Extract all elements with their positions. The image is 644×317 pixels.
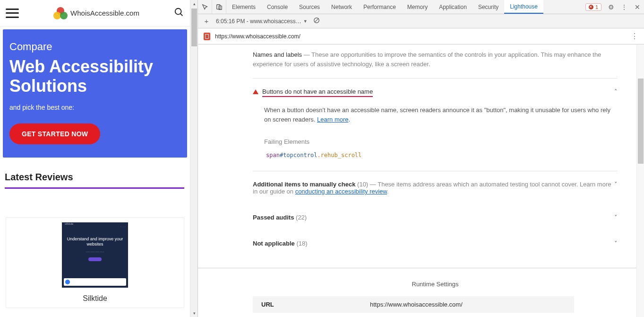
learn-more-link[interactable]: Learn more — [317, 116, 348, 123]
search-icon[interactable] — [174, 7, 184, 19]
devtools-scrollbar[interactable] — [636, 44, 644, 317]
passed-audits-expander[interactable]: Passed audits (22) ˅ — [253, 208, 636, 227]
report-menu-icon[interactable]: ⋮ — [631, 32, 638, 41]
svg-rect-2 — [216, 4, 220, 9]
logo-icon — [53, 7, 68, 19]
tab-sources[interactable]: Sources — [293, 0, 326, 14]
device-toggle-icon[interactable] — [212, 0, 226, 14]
runtime-heading: Runtime Settings — [253, 281, 618, 288]
reviews-heading: Latest Reviews — [5, 172, 184, 189]
hero-banner: Compare Web Accessibility Solutions and … — [3, 29, 187, 158]
new-report-icon[interactable]: + — [203, 18, 210, 25]
insecure-origin-icon — [204, 33, 210, 40]
runtime-settings: Runtime Settings URLhttps://www.whoisacc… — [198, 268, 636, 317]
audit-item-title: Buttons do not have an accessible name — [262, 88, 373, 97]
review-card[interactable]: silktide · · · · Understand and improve … — [6, 217, 184, 308]
svg-line-1 — [180, 14, 183, 16]
report-selector[interactable]: 6:05:16 PM - www.whoisaccess… ▼ — [216, 18, 308, 25]
devtools-panel: ElementsConsoleSourcesNetworkPerformance… — [197, 0, 644, 317]
tab-lighthouse[interactable]: Lighthouse — [504, 0, 543, 14]
tab-network[interactable]: Network — [326, 0, 358, 14]
chevron-down-icon: ▼ — [303, 19, 308, 24]
tab-console[interactable]: Console — [261, 0, 293, 14]
devtools-tabbar: ElementsConsoleSourcesNetworkPerformance… — [198, 0, 644, 14]
review-name: Silktide — [11, 294, 179, 303]
clear-icon[interactable] — [313, 17, 320, 25]
chevron-down-icon: ˅ — [614, 181, 618, 188]
tab-elements[interactable]: Elements — [226, 0, 261, 14]
error-icon: ✕ — [589, 5, 593, 9]
hero-eyebrow: Compare — [9, 41, 180, 53]
site-header: WhoisAccessible.com — [0, 0, 190, 26]
chevron-up-icon: ˄ — [614, 88, 618, 95]
settings-gear-icon[interactable]: ⚙ — [604, 3, 618, 11]
report-url-bar: https://www.whoisaccessible.com/ ⋮ — [198, 28, 644, 44]
review-thumbnail: silktide · · · · Understand and improve … — [62, 222, 128, 288]
get-started-button[interactable]: GET STARTED NOW — [9, 123, 100, 144]
audit-group-title: Names and labels — [253, 51, 302, 58]
site-logo[interactable]: WhoisAccessible.com — [53, 7, 139, 19]
failing-element-code: span#topcontrol.rehub_scroll — [266, 152, 636, 158]
runtime-row: Fetch TimeFeb 19, 2021, 6:05 PM GMT+1 — [253, 313, 574, 317]
hamburger-menu-icon[interactable] — [6, 9, 19, 18]
website-preview-pane: WhoisAccessible.com Compare Web Accessib… — [0, 0, 197, 317]
scroll-down-icon[interactable]: ▾ — [190, 309, 198, 317]
inspect-element-icon[interactable] — [198, 0, 212, 14]
audit-item-buttons-no-name[interactable]: Buttons do not have an accessible name ˄ — [253, 82, 636, 103]
lighthouse-report: Names and labels — These are opportuniti… — [198, 44, 636, 317]
error-count-badge[interactable]: ✕ 1 — [585, 3, 601, 11]
tab-performance[interactable]: Performance — [358, 0, 402, 14]
lighthouse-toolbar: + 6:05:16 PM - www.whoisaccess… ▼ — [198, 14, 644, 28]
logo-text: WhoisAccessible.com — [70, 9, 139, 17]
scroll-up-icon[interactable]: ▴ — [190, 0, 198, 8]
manual-check-expander[interactable]: Additional items to manually check (10) … — [253, 175, 636, 201]
scroll-thumb[interactable] — [638, 79, 644, 164]
chevron-down-icon: ˅ — [614, 240, 618, 247]
scroll-thumb[interactable] — [191, 9, 197, 46]
website-scrollbar[interactable]: ▴ ▾ — [190, 0, 197, 317]
hero-subtitle: and pick the best one: — [9, 104, 180, 111]
svg-line-5 — [314, 18, 318, 23]
error-count: 1 — [595, 4, 598, 10]
chevron-down-icon: ˅ — [614, 214, 618, 221]
close-icon[interactable]: ✕ — [631, 3, 644, 11]
accessibility-review-link[interactable]: conducting an accessibility review — [295, 188, 387, 195]
fail-triangle-icon — [253, 89, 258, 94]
audit-item-desc: When a button doesn't have an accessible… — [264, 106, 610, 123]
tab-application[interactable]: Application — [433, 0, 472, 14]
hero-title: Web Accessibility Solutions — [9, 57, 180, 96]
svg-point-0 — [175, 9, 181, 15]
kebab-menu-icon[interactable]: ⋮ — [618, 3, 631, 11]
report-url: https://www.whoisaccessible.com/ — [215, 33, 301, 40]
not-applicable-expander[interactable]: Not applicable (18) ˅ — [253, 234, 636, 253]
reviews-section: Latest Reviews silktide · · · · Understa… — [0, 158, 190, 313]
failing-elements-heading: Failing Elements — [264, 138, 636, 145]
tab-security[interactable]: Security — [472, 0, 504, 14]
runtime-row: URLhttps://www.whoisaccessible.com/ — [253, 296, 574, 313]
tab-memory[interactable]: Memory — [402, 0, 433, 14]
